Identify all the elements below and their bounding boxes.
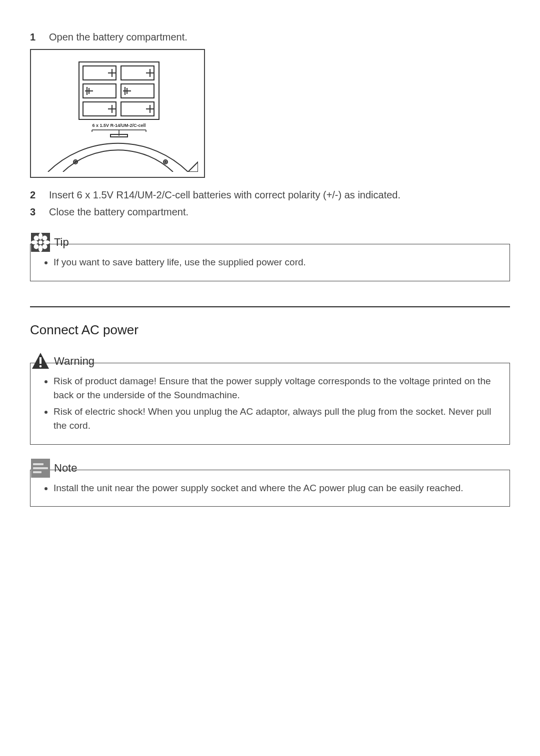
step-row: 3 Close the battery compartment. — [30, 205, 510, 219]
step-row: 1 Open the battery compartment. — [30, 30, 510, 44]
note-icon — [31, 459, 50, 478]
section-title: Connect AC power — [30, 322, 510, 338]
step-number: 3 — [30, 205, 49, 219]
note-callout: Note Install the unit near the power sup… — [30, 470, 510, 507]
svg-point-33 — [164, 160, 168, 164]
svg-point-48 — [40, 365, 42, 367]
svg-point-37 — [38, 240, 42, 244]
warning-icon — [31, 352, 50, 371]
list-item: Risk of electric shock! When you unplug … — [54, 405, 500, 433]
page: 1 Open the battery compartment. — [0, 0, 540, 756]
tip-title: Tip — [54, 236, 69, 249]
warning-callout: Warning Risk of product damage! Ensure t… — [30, 363, 510, 445]
warning-list: Risk of product damage! Ensure that the … — [40, 374, 500, 433]
battery-diagram: 6 x 1.5V R-14/UM-2/C-cell — [30, 49, 205, 178]
step-text: Insert 6 x 1.5V R14/UM-2/C-cell batterie… — [49, 188, 510, 202]
tip-list: If you want to save battery life, use th… — [40, 255, 500, 270]
note-box: Install the unit near the power supply s… — [30, 470, 510, 507]
note-title: Note — [54, 462, 77, 475]
battery-diagram-svg: 6 x 1.5V R-14/UM-2/C-cell — [38, 57, 198, 172]
step-number: 2 — [30, 188, 49, 202]
svg-point-40 — [31, 240, 38, 244]
svg-point-34 — [165, 161, 166, 163]
section-separator — [30, 306, 510, 307]
tip-callout: Tip If you want to save battery life, us… — [30, 244, 510, 281]
step-text: Close the battery compartment. — [49, 205, 510, 219]
diagram-caption: 6 x 1.5V R-14/UM-2/C-cell — [92, 123, 146, 128]
step-row: 2 Insert 6 x 1.5V R14/UM-2/C-cell batter… — [30, 188, 510, 202]
step-text: Open the battery compartment. — [49, 30, 510, 44]
svg-point-39 — [38, 245, 42, 252]
svg-point-41 — [43, 240, 50, 244]
list-item: Install the unit near the power supply s… — [54, 481, 500, 496]
tip-icon — [31, 233, 50, 252]
note-list: Install the unit near the power supply s… — [40, 481, 500, 496]
svg-point-38 — [38, 233, 42, 240]
warning-box: Risk of product damage! Ensure that the … — [30, 363, 510, 445]
step-number: 1 — [30, 30, 49, 44]
svg-rect-47 — [40, 357, 42, 364]
list-item: If you want to save battery life, use th… — [54, 255, 500, 270]
warning-title: Warning — [54, 355, 94, 368]
tip-box: If you want to save battery life, use th… — [30, 244, 510, 281]
list-item: Risk of product damage! Ensure that the … — [54, 374, 500, 403]
